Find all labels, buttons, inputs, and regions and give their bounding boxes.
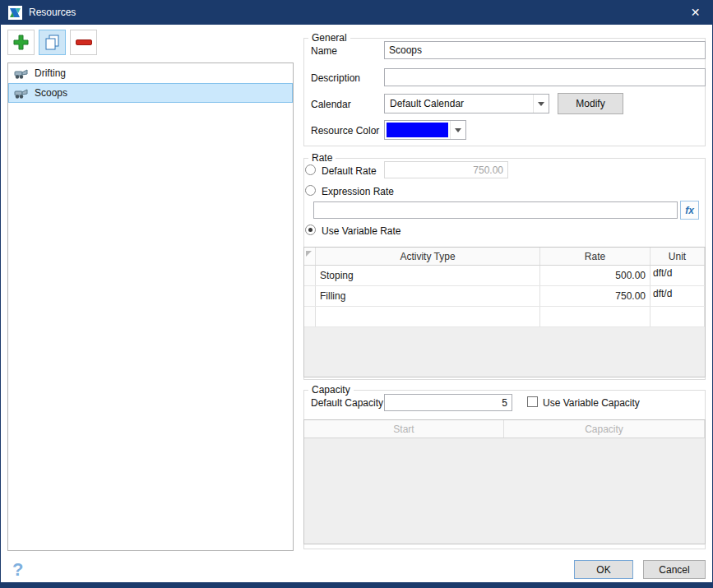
copy-resource-button[interactable] [39,30,66,55]
window-bottom-border [1,582,713,588]
variable-capacity-table: Start Capacity [303,419,706,544]
row-selector[interactable] [304,286,316,306]
list-item-label: Drifting [35,67,66,79]
expression-rate-label: Expression Rate [322,186,394,197]
rate-table-header: Activity Type Rate Unit [304,248,705,266]
close-icon: ✕ [691,6,701,19]
row-selector[interactable] [304,307,316,326]
unit-cell[interactable]: dft/d [650,286,705,306]
ok-button-label: OK [596,564,610,576]
rate-cell[interactable] [540,307,650,326]
capacity-column-header: Capacity [504,420,705,438]
row-selector[interactable] [304,266,316,285]
default-capacity-label: Default Capacity [311,397,383,409]
chevron-down-icon [450,121,465,139]
add-resource-button[interactable] [7,30,35,55]
select-all-corner[interactable] [304,248,316,265]
expression-rate-radio[interactable] [305,185,316,196]
cancel-button-label: Cancel [659,564,689,576]
rate-group-label: Rate [308,152,336,164]
chevron-down-icon [533,95,549,113]
modify-button[interactable]: Modify [558,93,623,114]
table-row[interactable] [304,307,705,327]
expression-rate-input[interactable] [313,201,678,219]
resource-color-dropdown[interactable] [384,120,466,140]
corner-triangle-icon [306,251,312,257]
resource-color-label: Resource Color [311,125,379,137]
calendar-label: Calendar [311,99,351,110]
rate-cell[interactable]: 750.00 [540,286,650,306]
table-row[interactable]: Filling 750.00 dft/d [304,286,705,307]
use-variable-rate-radio[interactable] [305,225,316,235]
activity-type-column-header: Activity Type [316,248,540,265]
remove-resource-button[interactable] [70,30,97,55]
help-icon[interactable]: ? [12,559,23,581]
plus-icon [12,34,30,51]
copy-icon [44,34,61,51]
title-bar[interactable]: Resources ✕ [1,0,713,25]
ok-button[interactable]: OK [574,560,633,579]
use-variable-capacity-checkbox[interactable] [527,396,538,407]
variable-rate-table: Activity Type Rate Unit Stoping 500.00 d… [303,247,706,377]
activity-cell[interactable]: Filling [316,286,540,306]
description-input[interactable] [384,68,706,86]
fx-icon: fx [685,205,694,216]
unit-column-header: Unit [650,248,705,265]
description-label: Description [311,72,360,84]
rate-cell[interactable]: 500.00 [540,266,650,285]
default-rate-radio[interactable] [305,164,316,175]
window-title: Resources [29,7,76,18]
calendar-dropdown[interactable]: Default Calendar [384,94,549,113]
minus-icon [76,39,92,45]
resource-list[interactable]: Drifting Scoops [7,63,294,551]
unit-cell[interactable]: dft/d [650,266,705,285]
expression-editor-button[interactable]: fx [680,201,699,220]
use-variable-rate-label: Use Variable Rate [322,225,401,237]
default-rate-input [384,161,508,178]
start-column-header: Start [304,420,504,438]
default-capacity-input[interactable] [384,394,512,411]
close-button[interactable]: ✕ [677,0,713,25]
resources-dialog: Resources ✕ Drifting [0,0,713,588]
modify-button-label: Modify [576,98,604,109]
capacity-table-header: Start Capacity [304,420,705,438]
capacity-group-label: Capacity [308,384,354,396]
default-rate-label: Default Rate [322,165,377,177]
activity-cell[interactable]: Stoping [316,266,540,285]
list-item-label: Scoops [35,87,67,99]
unit-cell[interactable] [650,307,705,326]
name-label: Name [311,45,337,57]
calendar-selected-value: Default Calendar [385,95,533,113]
cancel-button[interactable]: Cancel [643,560,706,579]
name-input[interactable] [384,41,706,59]
rate-column-header: Rate [540,248,650,265]
resource-icon [14,86,29,100]
app-icon [8,6,22,20]
color-swatch [387,123,448,137]
list-item-scoops[interactable]: Scoops [8,83,293,103]
general-group-label: General [308,32,350,44]
use-variable-capacity-label: Use Variable Capacity [543,397,640,409]
table-row[interactable]: Stoping 500.00 dft/d [304,266,705,286]
activity-cell[interactable] [316,307,540,326]
list-item-drifting[interactable]: Drifting [8,63,293,83]
resource-icon [14,67,29,80]
